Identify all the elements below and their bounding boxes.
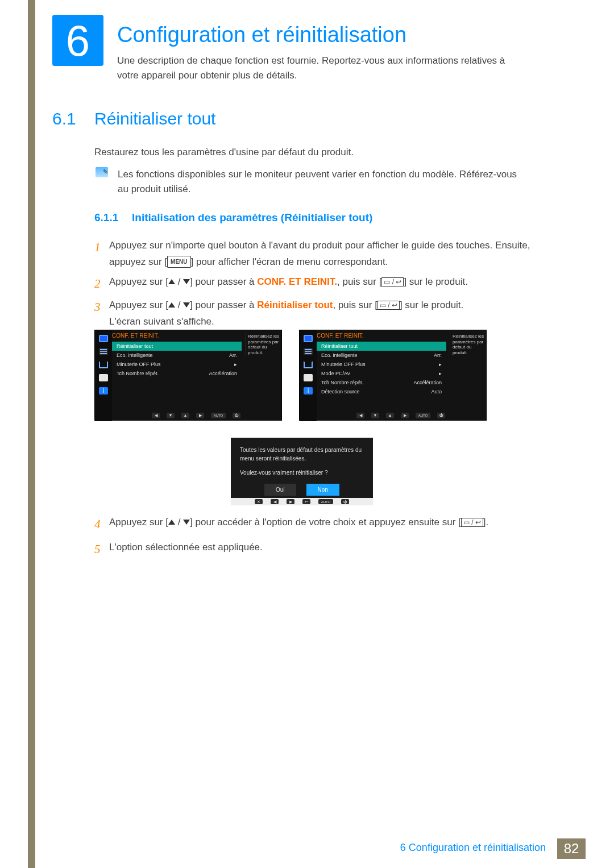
osd-row: Tch Nombre répét.Accélération — [317, 378, 446, 387]
pencil-icon: ✎ — [103, 168, 108, 176]
subsection-number: 6.1.1 — [94, 211, 118, 224]
left-icon: ◀ — [271, 499, 279, 504]
highlight-reinit: Réinitialiser tout — [257, 300, 333, 310]
osd-row: Réinitialiser tout — [317, 342, 446, 351]
osd-rows: Réinitialiser tout Eco. intelligenteArr.… — [317, 342, 446, 396]
step-text: Appuyez sur [ — [109, 517, 168, 528]
osd-row: Eco. intelligenteArr. — [317, 351, 446, 360]
power-icon: ⏻ — [437, 413, 445, 418]
step-text: ] pour afficher l'écran de menu correspo… — [191, 256, 388, 267]
right-icon: ▶ — [196, 413, 204, 418]
osd-row-label: Tch Nombre répét. — [117, 371, 159, 376]
up-icon: ▲ — [181, 413, 189, 418]
step-2: 2 Appuyez sur [ / ] pour passer à CONF. … — [94, 274, 544, 294]
step-text: , puis sur [ — [333, 300, 377, 310]
step-text: ] pour passer à — [190, 276, 257, 287]
osd-row-value: ▸ — [439, 362, 442, 367]
step-number: 5 — [94, 539, 109, 560]
picture-icon — [304, 335, 313, 342]
osd-row-value: ▸ — [439, 371, 442, 376]
osd-row-value: ▸ — [234, 362, 237, 367]
footer-chapter-title: 6 Configuration et réinitialisation — [400, 842, 546, 854]
osd-row-value: Auto — [431, 389, 442, 394]
up-icon: ▲ — [386, 413, 394, 418]
step-number: 4 — [94, 514, 109, 535]
osd-row-label: Mode PC/AV — [321, 371, 350, 376]
osd-header: CONF. ET REINIT. — [112, 333, 159, 339]
osd-row-value: Arr. — [229, 352, 237, 358]
step-text: , puis sur [ — [337, 276, 381, 287]
steps-after: 4 Appuyez sur [ / ] pour accéder à l'opt… — [94, 514, 544, 564]
right-icon: ▶ — [401, 413, 409, 418]
osd-row-label: Minuterie OFF Plus — [117, 362, 161, 367]
dialog-no-button[interactable]: Non — [306, 484, 339, 496]
step-3: 3 Appuyez sur [ / ] pour passer à Réinit… — [94, 297, 544, 330]
down-icon — [183, 279, 190, 284]
dialog-yes-button[interactable]: Oui — [264, 484, 296, 496]
step-text: ] sur le produit. — [400, 300, 463, 310]
power-icon: ⏻ — [341, 499, 349, 504]
osd-row-label: Réinitialiser tout — [117, 343, 153, 349]
dialog-text-1: Toutes les valeurs par défaut des paramè… — [240, 446, 364, 463]
enter-icon: ↩ — [302, 499, 310, 504]
info-icon: i — [304, 387, 313, 394]
osd-row: Mode PC/AV▸ — [317, 369, 446, 378]
step-text: Appuyez sur [ — [109, 276, 168, 287]
step-text: L'option sélectionnée est appliquée. — [109, 539, 544, 560]
step-text: ] pour accéder à l'option de votre choix… — [190, 517, 461, 528]
up-icon — [168, 302, 175, 308]
dialog-buttonbar: ✕ ◀ ▶ ↩ AUTO ⏻ — [231, 498, 373, 505]
osd-menu-left: i CONF. ET REINIT. Réinitialiser tout Ec… — [94, 330, 282, 421]
osd-row-label: Eco. intelligente — [117, 352, 153, 358]
steps-list: 1 Appuyez sur n'importe quel bouton à l'… — [94, 238, 544, 334]
auto-button: AUTO — [211, 413, 226, 418]
osd-row: Tch Nombre répét.Accélération — [112, 369, 242, 378]
osd-header: CONF. ET REINIT. — [317, 333, 364, 339]
close-icon: ✕ — [255, 499, 263, 504]
note-text: Les fonctions disponibles sur le moniteu… — [118, 167, 527, 197]
dialog-text-2: Voulez-vous vraiment réinitialiser ? — [240, 468, 364, 477]
rotate-icon — [304, 361, 313, 368]
osd-hint: Réinitialisez les paramètres par défaut … — [450, 334, 485, 355]
power-icon: ⏻ — [233, 413, 240, 418]
highlight-conf: CONF. ET REINIT. — [257, 276, 337, 287]
step-text: Appuyez sur [ — [109, 300, 168, 310]
step-1: 1 Appuyez sur n'importe quel bouton à l'… — [94, 238, 544, 271]
osd-row: Minuterie OFF Plus▸ — [317, 360, 446, 369]
up-icon — [168, 279, 175, 284]
down-icon — [183, 302, 190, 308]
step-number: 1 — [94, 238, 109, 271]
left-icon: ◀ — [152, 413, 160, 418]
osd-menu-right: i CONF. ET REINIT. Réinitialiser tout Ec… — [299, 330, 487, 421]
osd-buttonbar: ◀ ▼ ▲ ▶ AUTO ⏻ — [112, 412, 280, 419]
gear-icon — [304, 374, 313, 381]
osd-row-value: Accélération — [413, 380, 442, 385]
source-enter-icon: ▭ / ↩ — [461, 518, 483, 527]
step-text: ] pour passer à — [190, 300, 257, 310]
osd-row-label: Réinitialiser tout — [321, 343, 358, 349]
confirm-dialog: Toutes les valeurs par défaut des paramè… — [231, 438, 373, 504]
source-enter-icon: ▭ / ↩ — [381, 277, 404, 286]
left-strip — [28, 0, 35, 868]
osd-row: Eco. intelligenteArr. — [112, 351, 242, 360]
osd-sidebar: i — [95, 330, 112, 421]
step-number: 2 — [94, 274, 109, 294]
auto-button: AUTO — [416, 413, 430, 418]
list-icon — [99, 348, 108, 355]
subsection-title: Initialisation des paramètres (Réinitial… — [132, 211, 372, 224]
step-4: 4 Appuyez sur [ / ] pour accéder à l'opt… — [94, 514, 544, 535]
chapter-title: Configuration et réinitialisation — [117, 23, 406, 47]
chapter-description: Une description de chaque fonction est f… — [117, 53, 526, 84]
up-icon — [168, 520, 175, 525]
down-icon — [183, 520, 190, 525]
picture-icon — [99, 335, 108, 342]
info-icon: i — [99, 387, 108, 394]
source-enter-icon: ▭ / ↩ — [377, 301, 400, 310]
osd-row-label: Tch Nombre répét. — [321, 380, 363, 385]
osd-hint: Réinitialisez les paramètres par défaut … — [245, 334, 280, 355]
osd-sidebar: i — [300, 330, 317, 421]
page-number: 82 — [557, 838, 586, 859]
gear-icon — [99, 374, 108, 381]
osd-row: Détection sourceAuto — [317, 387, 446, 396]
down-icon: ▼ — [167, 413, 175, 418]
